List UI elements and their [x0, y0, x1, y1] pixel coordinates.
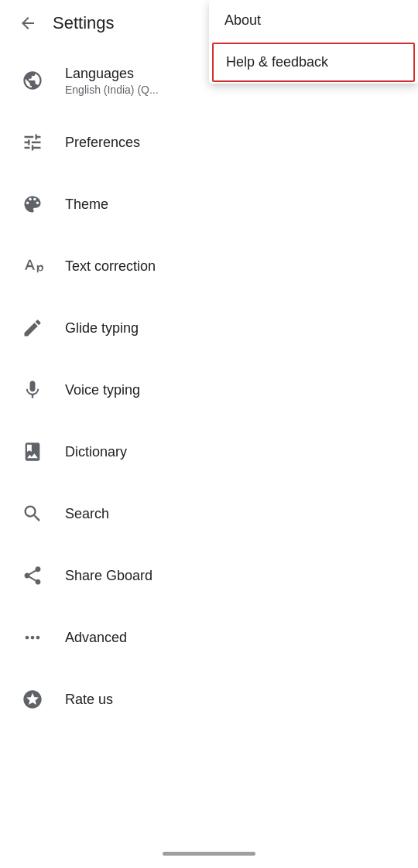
- mic-icon: [15, 373, 50, 407]
- palette-icon: [15, 187, 50, 221]
- text-correction-label: Text correction: [65, 258, 403, 275]
- settings-item-preferences[interactable]: Preferences: [0, 111, 418, 173]
- dropdown-menu: About Help & feedback: [209, 0, 418, 84]
- settings-item-glide-typing[interactable]: Glide typing: [0, 297, 418, 359]
- back-button[interactable]: [12, 8, 43, 39]
- page-title: Settings: [53, 13, 115, 33]
- text-correction-icon: [15, 249, 50, 283]
- dictionary-label: Dictionary: [65, 444, 403, 460]
- search-icon: [15, 497, 50, 531]
- more-icon: [15, 620, 50, 654]
- glide-icon: [15, 311, 50, 345]
- rate-us-label: Rate us: [65, 692, 403, 708]
- share-icon: [15, 559, 50, 593]
- theme-label: Theme: [65, 196, 403, 213]
- settings-item-text-correction[interactable]: Text correction: [0, 235, 418, 297]
- share-gboard-label: Share Gboard: [65, 568, 403, 584]
- dropdown-item-about[interactable]: About: [209, 0, 418, 41]
- globe-icon: [15, 63, 50, 97]
- settings-item-rate-us[interactable]: Rate us: [0, 668, 418, 730]
- search-label: Search: [65, 506, 403, 522]
- settings-item-search[interactable]: Search: [0, 483, 418, 545]
- settings-item-theme[interactable]: Theme: [0, 173, 418, 235]
- preferences-label: Preferences: [65, 135, 403, 151]
- settings-item-share-gboard[interactable]: Share Gboard: [0, 545, 418, 607]
- advanced-label: Advanced: [65, 630, 403, 646]
- languages-sublabel: English (India) (Q...: [65, 84, 403, 96]
- glide-typing-label: Glide typing: [65, 320, 403, 337]
- sliders-icon: [15, 125, 50, 159]
- star-icon: [15, 682, 50, 716]
- settings-item-dictionary[interactable]: Dictionary: [0, 421, 418, 483]
- bottom-bar: [163, 852, 255, 856]
- dropdown-item-help-feedback[interactable]: Help & feedback: [212, 43, 415, 82]
- settings-list: Languages English (India) (Q... Preferen…: [0, 50, 418, 730]
- dictionary-icon: [15, 435, 50, 469]
- settings-item-advanced[interactable]: Advanced: [0, 607, 418, 668]
- voice-typing-label: Voice typing: [65, 382, 403, 398]
- settings-item-voice-typing[interactable]: Voice typing: [0, 359, 418, 421]
